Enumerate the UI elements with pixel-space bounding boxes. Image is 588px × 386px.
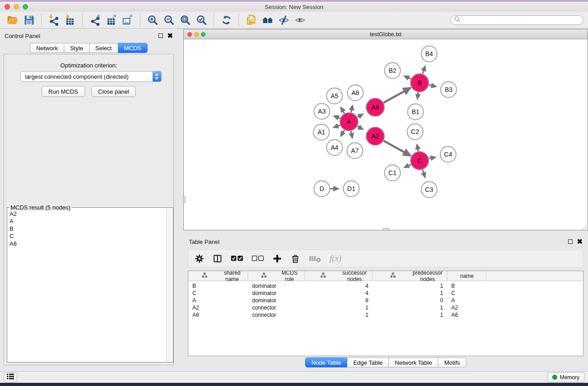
zoom-selected-icon[interactable] — [193, 13, 210, 27]
result-scrollbar[interactable] — [166, 208, 172, 362]
tab-style[interactable]: Style — [64, 43, 90, 53]
criterion-dropdown[interactable]: largest connected component (directed) — [20, 71, 162, 82]
network-window-titlebar[interactable]: testGlobe.txt — [184, 29, 588, 39]
mcds-result-item[interactable]: B — [10, 225, 166, 233]
tab-motifs[interactable]: Motifs — [438, 357, 466, 367]
graph-node-C[interactable]: C — [411, 152, 429, 170]
graph-edge-C-C3[interactable] — [423, 170, 425, 177]
float-table-panel-icon[interactable] — [568, 239, 573, 244]
graph-node-C1[interactable]: C1 — [385, 165, 401, 181]
graph-node-D1[interactable]: D1 — [344, 181, 359, 197]
column-header-name[interactable]: name — [447, 271, 486, 281]
graph-node-D[interactable]: D — [314, 181, 330, 197]
add-column-icon[interactable] — [272, 254, 282, 263]
graph-edge-A-A5[interactable] — [341, 107, 344, 114]
graph-node-A2[interactable]: A2 — [366, 127, 384, 145]
column-header-MCDS-role[interactable]: MCDS role — [248, 271, 305, 281]
graph-node-B3[interactable]: B3 — [441, 82, 457, 98]
close-panel-icon[interactable]: ✖ — [167, 33, 173, 38]
graph-edge-B-B1[interactable] — [417, 92, 418, 99]
graph-node-B[interactable]: B — [411, 74, 429, 92]
column-header-shared-name[interactable]: shared name — [188, 271, 248, 281]
graph-node-A7[interactable]: A7 — [347, 143, 363, 159]
graph-node-B2[interactable]: B2 — [385, 63, 401, 79]
home-icon[interactable] — [259, 13, 276, 27]
graph-node-A[interactable]: A — [340, 113, 358, 131]
column-header-predecessor-nodes[interactable]: predecessor nodes — [373, 271, 447, 281]
graph-node-C4[interactable]: C4 — [440, 147, 456, 162]
graph-node-A5[interactable]: A5 — [327, 88, 343, 104]
graph-edge-A-A3[interactable] — [334, 116, 340, 118]
zoom-fit-icon[interactable] — [177, 13, 193, 27]
import-network-icon[interactable] — [46, 13, 62, 27]
float-panel-icon[interactable] — [158, 33, 163, 38]
zoom-in-icon[interactable] — [144, 13, 161, 27]
graph-node-B1[interactable]: B1 — [408, 104, 424, 120]
export-image-icon[interactable] — [120, 13, 136, 27]
hide-panel-icon[interactable] — [276, 13, 292, 27]
graph-edge-C-C1[interactable] — [404, 165, 411, 168]
copy-network-icon[interactable] — [243, 13, 259, 27]
tab-select[interactable]: Select — [90, 43, 118, 53]
graph-edge-B-B4[interactable] — [423, 66, 425, 74]
mcds-result-item[interactable]: A6 — [10, 240, 166, 248]
search-field[interactable] — [450, 15, 583, 25]
memory-button[interactable]: Memory — [547, 372, 584, 382]
close-table-panel-icon[interactable]: ✖ — [577, 239, 583, 244]
graph-edge-A-A4[interactable] — [341, 130, 344, 136]
zoom-out-icon[interactable] — [161, 13, 177, 27]
export-network-icon[interactable] — [87, 13, 103, 27]
tab-network-table[interactable]: Network Table — [389, 357, 438, 367]
column-header-successor-nodes[interactable]: successor nodes — [305, 271, 373, 281]
export-table-icon[interactable] — [103, 13, 120, 27]
graph-edge-A-A1[interactable] — [334, 125, 340, 128]
graph-node-A3[interactable]: A3 — [314, 104, 330, 119]
open-session-icon[interactable] — [5, 13, 21, 27]
graph-edge-A6-B[interactable] — [383, 88, 411, 103]
graph-node-A6[interactable]: A6 — [366, 98, 384, 116]
split-panel-icon[interactable] — [213, 254, 222, 263]
mcds-result-item[interactable]: A — [10, 218, 166, 225]
graph-edge-B-B3[interactable] — [429, 85, 436, 87]
deselect-all-icon[interactable] — [252, 255, 264, 262]
table-row[interactable]: Bdominator41B — [188, 282, 583, 290]
graph-edge-C-C4[interactable] — [429, 157, 436, 158]
tab-edge-table[interactable]: Edge Table — [347, 357, 389, 367]
graph-edge-A2-C[interactable] — [383, 141, 411, 156]
show-panel-icon[interactable] — [292, 13, 308, 27]
tab-network[interactable]: Network — [30, 43, 64, 53]
gear-icon[interactable] — [195, 254, 204, 263]
graph-edge-A-A2[interactable] — [357, 126, 363, 129]
graph-node-A1[interactable]: A1 — [314, 124, 330, 140]
save-session-icon[interactable] — [21, 13, 37, 27]
graph-edge-C-C2[interactable] — [417, 144, 418, 151]
tab-mcds[interactable]: MCDS — [118, 43, 148, 53]
table-row[interactable]: Adominator80A — [188, 297, 583, 304]
task-history-button[interactable] — [4, 372, 17, 382]
run-mcds-button[interactable]: Run MCDS — [42, 86, 85, 97]
table-row[interactable]: A6connector11A6 — [188, 311, 583, 319]
window-resize-grip-bottom[interactable] — [383, 228, 389, 231]
refresh-icon[interactable] — [218, 13, 234, 27]
graph-edge-A-A8[interactable] — [351, 105, 353, 113]
mcds-result-item[interactable]: C — [10, 233, 166, 240]
table-row[interactable]: Cdominator41C — [188, 290, 583, 297]
window-resize-grip-left[interactable] — [183, 196, 186, 203]
delete-column-icon[interactable] — [291, 254, 300, 263]
tab-node-table[interactable]: Node Table — [305, 357, 348, 367]
search-input[interactable] — [461, 17, 583, 24]
graph-node-A4[interactable]: A4 — [327, 140, 343, 156]
table-row[interactable]: A2connector11A2 — [188, 304, 583, 311]
graph-node-A8[interactable]: A8 — [348, 85, 363, 101]
close-panel-button[interactable]: Close panel — [91, 86, 136, 97]
clear-table-icon[interactable] — [309, 255, 321, 262]
graph-node-B4[interactable]: B4 — [421, 46, 437, 62]
graph-node-C2[interactable]: C2 — [407, 124, 423, 140]
mcds-result-item[interactable]: A2 — [10, 210, 166, 218]
graph-edge-A-A7[interactable] — [351, 131, 352, 138]
import-table-icon[interactable] — [62, 13, 78, 27]
network-graph-canvas[interactable]: B4B2BB3A8A5A6A3B1AA1C2A2A4A7C4CC1C3DD1 — [184, 39, 588, 230]
graph-node-C3[interactable]: C3 — [421, 182, 437, 198]
graph-edge-A-A6[interactable] — [357, 114, 363, 117]
select-all-icon[interactable] — [231, 255, 243, 262]
